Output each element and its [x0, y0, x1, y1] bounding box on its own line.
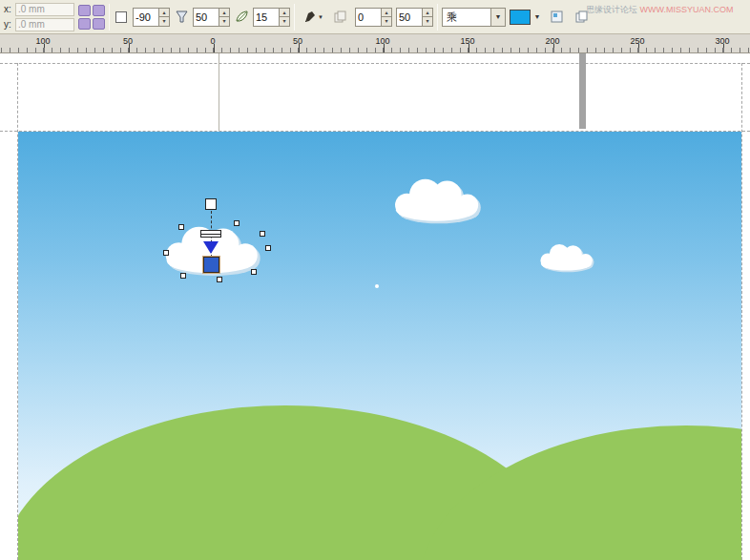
spin-up-button[interactable]: ▴ — [280, 8, 290, 18]
ruler-label: 0 — [210, 36, 215, 46]
angle-spinner: ▴ ▾ — [133, 8, 170, 27]
x-label: x: — [4, 4, 12, 14]
angle-input[interactable] — [133, 8, 159, 27]
start-transparency-spinner: ▴ ▾ — [355, 8, 392, 27]
color-picker[interactable]: ▼ — [510, 8, 543, 27]
pen-icon — [302, 10, 317, 25]
selection-handle[interactable] — [178, 224, 184, 230]
separator — [109, 4, 110, 31]
merge-mode-value: 乘 — [442, 8, 491, 27]
micro-button-2[interactable] — [93, 5, 105, 16]
leaf-icon — [234, 10, 249, 25]
edit-transparency-button[interactable]: ▼ — [299, 7, 326, 28]
cloud-large[interactable] — [395, 179, 481, 224]
watermark-text: 思缘设计论坛 — [586, 5, 637, 14]
page-canvas[interactable] — [18, 132, 741, 560]
selection-handle[interactable] — [234, 220, 240, 226]
chevron-down-icon[interactable]: ▼ — [491, 8, 506, 27]
transparency-arrow[interactable] — [203, 241, 219, 254]
white-dot — [375, 284, 379, 288]
page-boundary-right — [741, 63, 742, 560]
feather-input[interactable] — [253, 8, 280, 27]
selection-handle[interactable] — [265, 245, 271, 251]
copy-icon — [333, 10, 348, 25]
ruler-label: 50 — [293, 36, 302, 46]
freeze-icon — [550, 10, 565, 25]
cloud-small[interactable] — [540, 244, 594, 272]
bleed-boundary-top — [0, 63, 750, 64]
spin-down-button[interactable]: ▾ — [219, 17, 230, 27]
midpoint-input[interactable] — [193, 8, 219, 27]
watermark: 思缘设计论坛 WWW.MISSYUAN.COM — [586, 4, 734, 16]
spin-down-button[interactable]: ▾ — [423, 17, 433, 27]
ruler-label: 100 — [375, 36, 389, 46]
ruler-label: 200 — [545, 36, 559, 46]
transparency-end-handle[interactable] — [203, 257, 219, 273]
guideline[interactable] — [219, 53, 219, 131]
micro-button-3[interactable] — [78, 18, 91, 30]
chevron-down-icon: ▼ — [318, 14, 323, 20]
object-position-panel: x: .0 mm y: .0 mm — [4, 3, 74, 31]
selection-handle[interactable] — [180, 273, 186, 279]
freeze-transparency-button[interactable] — [547, 7, 568, 28]
spin-down-button[interactable]: ▾ — [382, 17, 392, 27]
watermark-url: WWW.MISSYUAN.COM — [640, 5, 734, 14]
property-bar: x: .0 mm y: .0 mm ▴ ▾ — [0, 0, 750, 34]
selection-handle[interactable] — [163, 250, 169, 256]
y-label: y: — [4, 19, 12, 30]
transparency-midpoint-slider[interactable] — [200, 230, 221, 238]
drawing-scene — [18, 132, 741, 560]
spin-up-button[interactable]: ▴ — [219, 8, 230, 18]
separator — [294, 4, 295, 31]
end-transparency-input[interactable] — [396, 8, 423, 27]
spin-down-button[interactable]: ▾ — [280, 17, 290, 27]
color-swatch[interactable] — [510, 10, 531, 25]
micro-button-4[interactable] — [93, 18, 105, 30]
spin-up-button[interactable]: ▴ — [423, 8, 433, 18]
transparency-start-handle[interactable] — [205, 198, 217, 210]
workspace[interactable] — [0, 53, 750, 560]
separator — [437, 4, 438, 31]
ruler-label: 250 — [630, 36, 644, 46]
ruler-label: 50 — [123, 36, 133, 46]
micro-button-1[interactable] — [78, 5, 91, 16]
ruler-label: 100 — [35, 36, 50, 46]
start-transparency-input[interactable] — [355, 8, 382, 27]
funnel-icon — [174, 10, 189, 25]
feather-spinner: ▴ ▾ — [253, 8, 290, 27]
horizontal-ruler[interactable]: 100 50 0 50 100 150 200 250 300 — [0, 34, 750, 53]
spin-down-button[interactable]: ▾ — [159, 17, 170, 27]
x-position-field[interactable]: .0 mm — [15, 3, 74, 16]
selection-handle[interactable] — [260, 231, 265, 237]
ruler-label: 150 — [460, 36, 474, 46]
midpoint-spinner: ▴ ▾ — [193, 8, 230, 27]
selection-handle[interactable] — [217, 277, 222, 282]
transparency-type-icon — [114, 10, 129, 25]
y-position-field[interactable]: .0 mm — [15, 18, 74, 31]
spin-up-button[interactable]: ▴ — [159, 8, 170, 18]
ruler-label: 300 — [715, 36, 729, 46]
spin-up-button[interactable]: ▴ — [382, 8, 392, 18]
guideline-thick[interactable] — [579, 53, 586, 129]
end-transparency-spinner: ▴ ▾ — [396, 8, 433, 27]
selection-handle[interactable] — [251, 269, 257, 275]
merge-mode-dropdown[interactable]: 乘 ▼ — [442, 8, 506, 27]
copy-properties-button[interactable] — [330, 7, 351, 28]
micro-buttons — [78, 5, 105, 30]
chevron-down-icon[interactable]: ▼ — [531, 13, 543, 20]
